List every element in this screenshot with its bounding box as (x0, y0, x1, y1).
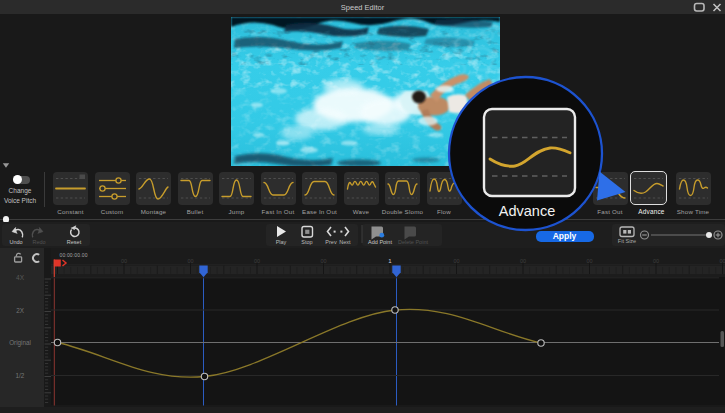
svg-text:00: 00 (320, 258, 326, 264)
svg-text:00: 00 (719, 258, 725, 264)
svg-text:1: 1 (388, 258, 392, 264)
svg-text:00: 00 (121, 258, 127, 264)
svg-text:00: 00 (453, 258, 459, 264)
svg-text:00: 00 (653, 258, 659, 264)
svg-text:00: 00 (520, 258, 526, 264)
svg-text:00: 00 (586, 258, 592, 264)
svg-text:Advance: Advance (499, 203, 555, 219)
svg-text:00: 00 (187, 258, 193, 264)
svg-text:00: 00 (254, 258, 260, 264)
